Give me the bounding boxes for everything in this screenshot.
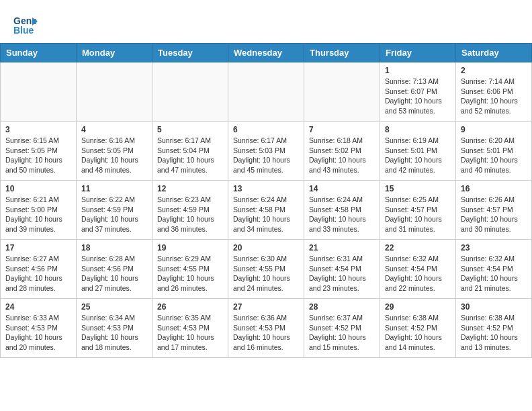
day-content: Sunrise: 6:24 AM Sunset: 4:58 PM Dayligh… bbox=[233, 195, 299, 234]
day-header-sunday: Sunday bbox=[1, 44, 77, 62]
calendar-cell: 21Sunrise: 6:31 AM Sunset: 4:54 PM Dayli… bbox=[304, 240, 380, 299]
calendar-cell: 18Sunrise: 6:28 AM Sunset: 4:56 PM Dayli… bbox=[77, 240, 152, 299]
calendar-cell: 5Sunrise: 6:17 AM Sunset: 5:04 PM Daylig… bbox=[152, 122, 228, 181]
svg-text:Blue: Blue bbox=[13, 25, 34, 36]
logo-icon: General Blue bbox=[13, 12, 38, 36]
calendar-cell: 27Sunrise: 6:36 AM Sunset: 4:53 PM Dayli… bbox=[228, 299, 304, 358]
calendar-cell: 8Sunrise: 6:19 AM Sunset: 5:01 PM Daylig… bbox=[380, 122, 456, 181]
calendar-cell bbox=[304, 62, 380, 122]
day-number: 18 bbox=[81, 243, 147, 253]
calendar-cell bbox=[228, 62, 304, 122]
day-number: 22 bbox=[385, 243, 451, 253]
calendar-cell: 30Sunrise: 6:38 AM Sunset: 4:52 PM Dayli… bbox=[456, 299, 532, 358]
calendar-cell bbox=[152, 62, 228, 122]
day-content: Sunrise: 6:34 AM Sunset: 4:53 PM Dayligh… bbox=[81, 313, 147, 353]
day-number: 12 bbox=[157, 184, 223, 193]
day-number: 11 bbox=[81, 184, 147, 193]
day-header-monday: Monday bbox=[77, 44, 152, 62]
week-row-5: 24Sunrise: 6:33 AM Sunset: 4:53 PM Dayli… bbox=[1, 299, 532, 358]
calendar-cell: 9Sunrise: 6:20 AM Sunset: 5:01 PM Daylig… bbox=[456, 122, 532, 181]
day-number: 6 bbox=[233, 125, 299, 134]
day-content: Sunrise: 6:32 AM Sunset: 4:54 PM Dayligh… bbox=[461, 254, 527, 293]
calendar-cell: 14Sunrise: 6:24 AM Sunset: 4:58 PM Dayli… bbox=[304, 181, 380, 240]
calendar-cell: 3Sunrise: 6:15 AM Sunset: 5:05 PM Daylig… bbox=[1, 122, 77, 181]
day-content: Sunrise: 7:13 AM Sunset: 6:07 PM Dayligh… bbox=[385, 77, 451, 116]
week-row-3: 10Sunrise: 6:21 AM Sunset: 5:00 PM Dayli… bbox=[1, 181, 532, 240]
day-number: 29 bbox=[385, 302, 451, 312]
calendar-cell: 11Sunrise: 6:22 AM Sunset: 4:59 PM Dayli… bbox=[77, 181, 152, 240]
day-content: Sunrise: 6:32 AM Sunset: 4:54 PM Dayligh… bbox=[385, 254, 451, 293]
day-content: Sunrise: 6:36 AM Sunset: 4:53 PM Dayligh… bbox=[233, 313, 299, 353]
day-number: 16 bbox=[461, 184, 527, 193]
day-number: 25 bbox=[81, 302, 147, 312]
page-header: General Blue bbox=[0, 0, 532, 43]
calendar-cell: 25Sunrise: 6:34 AM Sunset: 4:53 PM Dayli… bbox=[77, 299, 152, 358]
day-number: 13 bbox=[233, 184, 299, 193]
calendar-cell: 15Sunrise: 6:25 AM Sunset: 4:57 PM Dayli… bbox=[380, 181, 456, 240]
day-content: Sunrise: 7:14 AM Sunset: 6:06 PM Dayligh… bbox=[461, 77, 527, 116]
day-number: 3 bbox=[5, 125, 71, 134]
week-row-2: 3Sunrise: 6:15 AM Sunset: 5:05 PM Daylig… bbox=[1, 122, 532, 181]
day-content: Sunrise: 6:17 AM Sunset: 5:04 PM Dayligh… bbox=[157, 136, 223, 175]
calendar-cell: 17Sunrise: 6:27 AM Sunset: 4:56 PM Dayli… bbox=[1, 240, 77, 299]
calendar-cell: 2Sunrise: 7:14 AM Sunset: 6:06 PM Daylig… bbox=[456, 62, 532, 122]
day-number: 8 bbox=[385, 125, 451, 134]
calendar-cell: 10Sunrise: 6:21 AM Sunset: 5:00 PM Dayli… bbox=[1, 181, 77, 240]
calendar-cell: 29Sunrise: 6:38 AM Sunset: 4:52 PM Dayli… bbox=[380, 299, 456, 358]
day-number: 2 bbox=[461, 66, 527, 75]
day-number: 21 bbox=[309, 243, 375, 253]
calendar-cell bbox=[77, 62, 152, 122]
day-number: 27 bbox=[233, 302, 299, 312]
day-number: 4 bbox=[81, 125, 147, 134]
day-number: 28 bbox=[309, 302, 375, 312]
day-content: Sunrise: 6:30 AM Sunset: 4:55 PM Dayligh… bbox=[233, 254, 299, 293]
day-content: Sunrise: 6:16 AM Sunset: 5:05 PM Dayligh… bbox=[81, 136, 147, 175]
day-header-thursday: Thursday bbox=[304, 44, 380, 62]
day-content: Sunrise: 6:33 AM Sunset: 4:53 PM Dayligh… bbox=[5, 313, 71, 353]
day-number: 1 bbox=[385, 66, 451, 75]
day-number: 30 bbox=[461, 302, 527, 312]
calendar-cell: 19Sunrise: 6:29 AM Sunset: 4:55 PM Dayli… bbox=[152, 240, 228, 299]
calendar-cell: 16Sunrise: 6:26 AM Sunset: 4:57 PM Dayli… bbox=[456, 181, 532, 240]
day-content: Sunrise: 6:21 AM Sunset: 5:00 PM Dayligh… bbox=[5, 195, 71, 234]
day-content: Sunrise: 6:28 AM Sunset: 4:56 PM Dayligh… bbox=[81, 254, 147, 293]
day-header-tuesday: Tuesday bbox=[152, 44, 228, 62]
day-number: 24 bbox=[5, 302, 71, 312]
calendar-cell: 12Sunrise: 6:23 AM Sunset: 4:59 PM Dayli… bbox=[152, 181, 228, 240]
day-content: Sunrise: 6:38 AM Sunset: 4:52 PM Dayligh… bbox=[461, 313, 527, 353]
day-content: Sunrise: 6:29 AM Sunset: 4:55 PM Dayligh… bbox=[157, 254, 223, 293]
day-content: Sunrise: 6:18 AM Sunset: 5:02 PM Dayligh… bbox=[309, 136, 375, 175]
logo: General Blue bbox=[13, 12, 40, 36]
day-number: 23 bbox=[461, 243, 527, 253]
day-number: 9 bbox=[461, 125, 527, 134]
day-content: Sunrise: 6:37 AM Sunset: 4:52 PM Dayligh… bbox=[309, 313, 375, 353]
calendar-cell: 26Sunrise: 6:35 AM Sunset: 4:53 PM Dayli… bbox=[152, 299, 228, 358]
calendar-cell: 4Sunrise: 6:16 AM Sunset: 5:05 PM Daylig… bbox=[77, 122, 152, 181]
day-header-friday: Friday bbox=[380, 44, 456, 62]
day-number: 15 bbox=[385, 184, 451, 193]
calendar-cell: 13Sunrise: 6:24 AM Sunset: 4:58 PM Dayli… bbox=[228, 181, 304, 240]
day-number: 26 bbox=[157, 302, 223, 312]
day-content: Sunrise: 6:27 AM Sunset: 4:56 PM Dayligh… bbox=[5, 254, 71, 293]
calendar-cell: 23Sunrise: 6:32 AM Sunset: 4:54 PM Dayli… bbox=[456, 240, 532, 299]
day-number: 17 bbox=[5, 243, 71, 253]
calendar-cell: 1Sunrise: 7:13 AM Sunset: 6:07 PM Daylig… bbox=[380, 62, 456, 122]
calendar-cell: 6Sunrise: 6:17 AM Sunset: 5:03 PM Daylig… bbox=[228, 122, 304, 181]
day-content: Sunrise: 6:38 AM Sunset: 4:52 PM Dayligh… bbox=[385, 313, 451, 353]
day-content: Sunrise: 6:15 AM Sunset: 5:05 PM Dayligh… bbox=[5, 136, 71, 175]
day-number: 20 bbox=[233, 243, 299, 253]
calendar-cell: 7Sunrise: 6:18 AM Sunset: 5:02 PM Daylig… bbox=[304, 122, 380, 181]
calendar-cell bbox=[1, 62, 77, 122]
day-content: Sunrise: 6:17 AM Sunset: 5:03 PM Dayligh… bbox=[233, 136, 299, 175]
day-content: Sunrise: 6:19 AM Sunset: 5:01 PM Dayligh… bbox=[385, 136, 451, 175]
day-content: Sunrise: 6:24 AM Sunset: 4:58 PM Dayligh… bbox=[309, 195, 375, 234]
week-row-4: 17Sunrise: 6:27 AM Sunset: 4:56 PM Dayli… bbox=[1, 240, 532, 299]
calendar-table: SundayMondayTuesdayWednesdayThursdayFrid… bbox=[0, 43, 532, 358]
day-content: Sunrise: 6:35 AM Sunset: 4:53 PM Dayligh… bbox=[157, 313, 223, 353]
day-header-wednesday: Wednesday bbox=[228, 44, 304, 62]
day-content: Sunrise: 6:20 AM Sunset: 5:01 PM Dayligh… bbox=[461, 136, 527, 175]
day-content: Sunrise: 6:26 AM Sunset: 4:57 PM Dayligh… bbox=[461, 195, 527, 234]
week-row-1: 1Sunrise: 7:13 AM Sunset: 6:07 PM Daylig… bbox=[1, 62, 532, 122]
day-content: Sunrise: 6:31 AM Sunset: 4:54 PM Dayligh… bbox=[309, 254, 375, 293]
calendar-header-row: SundayMondayTuesdayWednesdayThursdayFrid… bbox=[1, 44, 532, 62]
